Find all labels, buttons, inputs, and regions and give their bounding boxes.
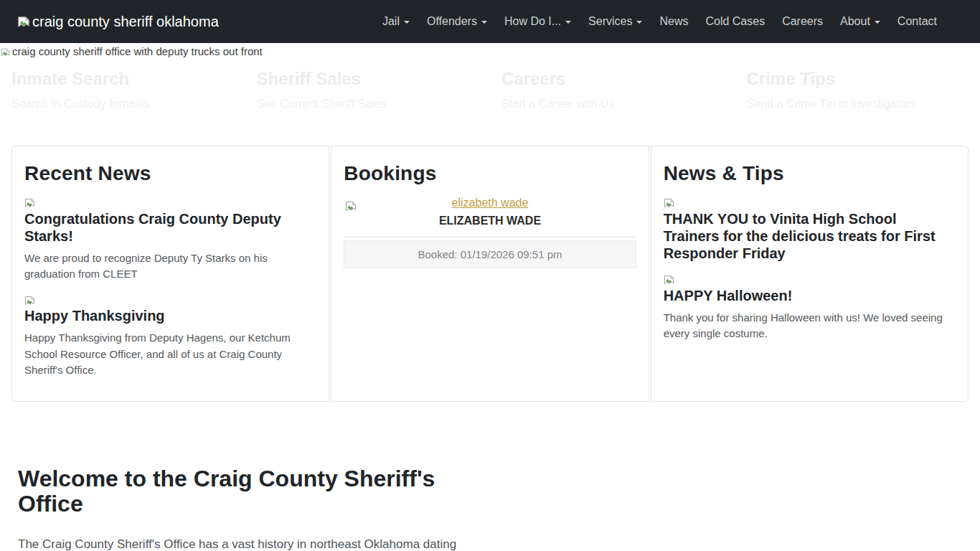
broken-image-icon bbox=[1, 45, 10, 57]
news-item-heading: Happy Thanksgiving bbox=[24, 307, 316, 324]
news-item: Happy Thanksgiving Happy Thanksgiving fr… bbox=[24, 293, 316, 378]
news-item: Congratulations Craig County Deputy Star… bbox=[24, 197, 316, 282]
hero-link-crime-tips[interactable]: Crime Tips Send a Crime Tip to investiga… bbox=[735, 69, 980, 110]
news-item-body: Happy Thanksgiving from Deputy Hagens, o… bbox=[24, 330, 316, 378]
news-item-heading: HAPPY Halloween! bbox=[664, 287, 956, 304]
hero-broken-image: craig county sheriff office with deputy … bbox=[0, 43, 980, 57]
booking-date-footer: Booked: 01/19/2026 09:51 pm bbox=[344, 240, 636, 268]
nav-item-services[interactable]: Services bbox=[580, 9, 651, 34]
news-item-body: We are proud to recognize Deputy Ty Star… bbox=[24, 250, 316, 282]
recent-news-card: Recent News Congratulations Craig County… bbox=[11, 146, 329, 402]
brand-text: craig county sheriff oklahoma bbox=[32, 14, 219, 30]
booking-divider bbox=[344, 237, 636, 237]
chevron-down-icon bbox=[875, 21, 880, 24]
chevron-down-icon bbox=[565, 21, 571, 24]
hero-link-subtitle: Send a Crime Tip to investigators bbox=[747, 98, 969, 110]
main-navigation: Jail Offenders How Do I... Services News… bbox=[374, 9, 946, 34]
hero-link-title: Inmate Search bbox=[11, 69, 234, 89]
top-navbar: craig county sheriff oklahoma Jail Offen… bbox=[0, 0, 980, 43]
chevron-down-icon bbox=[481, 21, 487, 24]
nav-item-cold-cases[interactable]: Cold Cases bbox=[697, 9, 773, 34]
welcome-paragraph: The Craig County Sheriff's Office has a … bbox=[18, 534, 464, 551]
hero-link-subtitle: See Current Sheriff Sales bbox=[257, 98, 479, 110]
broken-image-icon bbox=[664, 273, 956, 285]
nav-item-about[interactable]: About bbox=[831, 9, 889, 34]
card-title-bookings: Bookings bbox=[344, 162, 636, 185]
broken-image-icon bbox=[17, 14, 30, 30]
broken-image-icon bbox=[24, 197, 316, 208]
broken-image-icon bbox=[345, 199, 357, 212]
hero-link-title: Careers bbox=[501, 69, 724, 89]
cards-row: Recent News Congratulations Craig County… bbox=[11, 146, 969, 402]
news-tips-card: News & Tips THANK YOU to Vinita High Sch… bbox=[651, 146, 969, 402]
hero-link-title: Crime Tips bbox=[747, 69, 969, 89]
booking-inmate-name: ELIZABETH WADE bbox=[344, 215, 636, 227]
hero-link-sheriff-sales[interactable]: Sheriff Sales See Current Sheriff Sales bbox=[245, 69, 491, 110]
card-title-recent-news: Recent News bbox=[24, 162, 316, 185]
hero-link-subtitle: Search In Custody Inmates bbox=[11, 98, 234, 110]
nav-item-news[interactable]: News bbox=[651, 9, 697, 34]
hero-link-subtitle: Start a Career with Us bbox=[501, 98, 724, 110]
news-item: THANK YOU to Vinita High School Trainers… bbox=[664, 197, 956, 262]
booking-inmate-link[interactable]: elizabeth wade bbox=[452, 197, 529, 209]
hero-image-alt-text: craig county sheriff office with deputy … bbox=[12, 45, 263, 57]
hero-quick-links: Inmate Search Search In Custody Inmates … bbox=[0, 69, 980, 110]
booking-entry: elizabeth wade ELIZABETH WADE Booked: 01… bbox=[344, 197, 636, 268]
chevron-down-icon bbox=[404, 21, 410, 24]
broken-image-icon bbox=[664, 197, 956, 208]
welcome-section: Welcome to the Craig County Sheriff's Of… bbox=[18, 466, 464, 551]
hero-link-inmate-search[interactable]: Inmate Search Search In Custody Inmates bbox=[0, 69, 245, 110]
nav-item-how-do-i[interactable]: How Do I... bbox=[496, 9, 580, 34]
brand-logo[interactable]: craig county sheriff oklahoma bbox=[17, 14, 219, 30]
hero-section: craig county sheriff office with deputy … bbox=[0, 43, 980, 146]
news-item-heading: THANK YOU to Vinita High School Trainers… bbox=[664, 210, 956, 262]
nav-item-jail[interactable]: Jail bbox=[374, 9, 418, 34]
news-item: HAPPY Halloween! Thank you for sharing H… bbox=[664, 273, 956, 342]
news-item-heading: Congratulations Craig County Deputy Star… bbox=[24, 210, 316, 245]
broken-image-icon bbox=[24, 293, 316, 305]
chevron-down-icon bbox=[636, 21, 642, 24]
nav-item-offenders[interactable]: Offenders bbox=[418, 9, 496, 34]
nav-item-careers[interactable]: Careers bbox=[773, 9, 831, 34]
page-title: Welcome to the Craig County Sheriff's Of… bbox=[18, 466, 464, 517]
bookings-card: Bookings elizabeth wade ELIZABETH WADE B… bbox=[331, 146, 649, 402]
hero-link-title: Sheriff Sales bbox=[257, 69, 479, 89]
hero-link-careers[interactable]: Careers Start a Career with Us bbox=[490, 69, 735, 110]
news-item-body: Thank you for sharing Halloween with us!… bbox=[664, 310, 956, 342]
card-title-news-tips: News & Tips bbox=[664, 162, 956, 185]
nav-item-contact[interactable]: Contact bbox=[889, 9, 946, 34]
